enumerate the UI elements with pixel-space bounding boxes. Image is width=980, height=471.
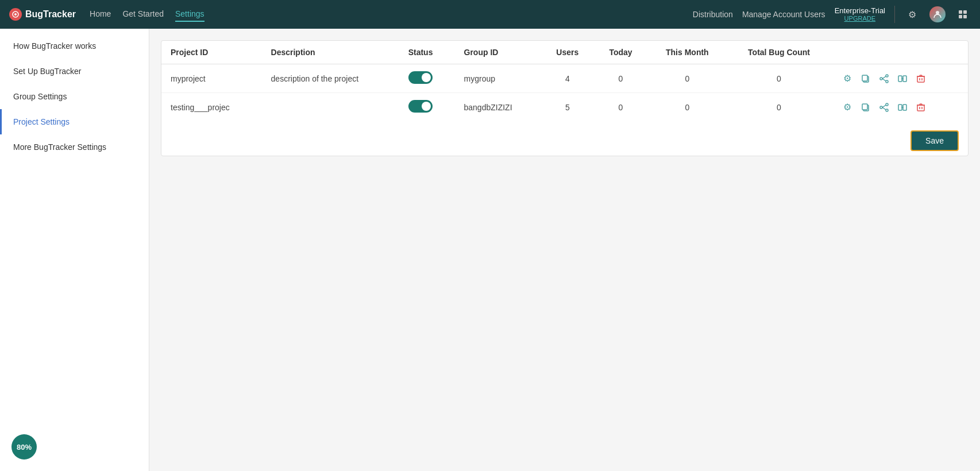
nav-links: Home Get Started Settings	[90, 7, 693, 22]
sidebar-item-set-up[interactable]: Set Up BugTracker	[0, 59, 149, 84]
settings-icon[interactable]: ⚙	[904, 6, 920, 22]
sidebar-item-more-settings[interactable]: More BugTracker Settings	[0, 134, 149, 160]
app-logo[interactable]: BugTracker	[9, 8, 76, 21]
top-navigation: BugTracker Home Get Started Settings Dis…	[0, 0, 980, 29]
sidebar-item-project-settings[interactable]: Project Settings	[0, 109, 149, 134]
cell-actions: ⚙	[831, 93, 968, 122]
action-icons: ⚙	[840, 101, 959, 114]
nav-settings[interactable]: Settings	[175, 7, 205, 22]
svg-rect-23	[898, 105, 902, 110]
nav-home[interactable]: Home	[90, 7, 111, 22]
svg-point-2	[936, 11, 939, 14]
table-header-row: Project ID Description Status Group ID U…	[161, 41, 968, 64]
cell-total-bug-count: 0	[727, 93, 831, 122]
cell-today: 0	[594, 64, 648, 93]
col-actions	[831, 41, 968, 64]
sidebar-item-group-settings[interactable]: Group Settings	[0, 84, 149, 109]
col-project-id: Project ID	[161, 41, 262, 64]
cell-description	[262, 93, 399, 122]
upgrade-link[interactable]: UPGRADE	[844, 15, 875, 22]
settings-action-icon[interactable]: ⚙	[840, 101, 854, 114]
cell-project-id: myproject	[161, 64, 262, 93]
cell-today: 0	[594, 93, 648, 122]
share-icon[interactable]	[877, 72, 891, 86]
logo-icon	[9, 8, 22, 21]
svg-point-1	[14, 13, 17, 16]
svg-rect-12	[917, 76, 924, 82]
progress-bubble: 80%	[11, 434, 37, 460]
sidebar-item-how-bugtracker-works[interactable]: How BugTracker works	[0, 33, 149, 59]
manage-account-users-link[interactable]: Manage Account Users	[742, 10, 825, 19]
nav-get-started[interactable]: Get Started	[122, 7, 164, 22]
app-name: BugTracker	[25, 9, 76, 20]
svg-point-7	[880, 78, 882, 80]
svg-line-9	[882, 79, 886, 81]
distribution-link[interactable]: Distribution	[693, 10, 733, 19]
cell-group-id: mygroup	[455, 64, 541, 93]
col-this-month: This Month	[647, 41, 727, 64]
svg-rect-17	[862, 104, 867, 110]
svg-line-8	[882, 76, 886, 79]
cell-status[interactable]	[399, 93, 455, 122]
cell-this-month: 0	[647, 64, 727, 93]
svg-point-6	[886, 80, 888, 83]
table-row: testing___projec bangdbZIZIZI 5 0 0 0 ⚙	[161, 93, 968, 122]
status-toggle[interactable]	[408, 71, 433, 84]
copy-icon[interactable]	[859, 72, 873, 86]
transfer-icon[interactable]	[896, 101, 909, 114]
enterprise-badge: Enterprise-Trial UPGRADE	[835, 6, 885, 23]
enterprise-trial-label: Enterprise-Trial	[835, 6, 885, 16]
toggle-knob	[422, 73, 431, 82]
svg-rect-25	[917, 105, 924, 111]
svg-point-19	[886, 109, 888, 111]
save-button[interactable]: Save	[910, 130, 959, 151]
svg-line-22	[882, 107, 886, 110]
main-content: Project ID Description Status Group ID U…	[149, 29, 980, 471]
svg-point-18	[886, 103, 888, 106]
cell-status[interactable]	[399, 64, 455, 93]
svg-line-21	[882, 105, 886, 107]
sidebar: How BugTracker works Set Up BugTracker G…	[0, 29, 149, 471]
cell-users: 4	[541, 64, 594, 93]
col-group-id: Group ID	[455, 41, 541, 64]
cell-project-id: testing___projec	[161, 93, 262, 122]
svg-point-20	[880, 106, 882, 109]
delete-icon[interactable]	[914, 101, 928, 114]
transfer-icon[interactable]	[896, 72, 909, 86]
svg-rect-24	[903, 105, 906, 110]
projects-table: Project ID Description Status Group ID U…	[161, 41, 968, 121]
nav-divider	[894, 6, 895, 23]
svg-rect-10	[898, 76, 902, 82]
settings-action-icon[interactable]: ⚙	[840, 72, 854, 86]
topnav-right: Distribution Manage Account Users Enterp…	[693, 6, 971, 23]
cell-actions: ⚙	[831, 64, 968, 93]
status-toggle[interactable]	[408, 100, 433, 113]
table-row: myproject description of the project myg…	[161, 64, 968, 93]
projects-table-container: Project ID Description Status Group ID U…	[161, 40, 969, 156]
grid-icon[interactable]	[955, 6, 971, 22]
col-status: Status	[399, 41, 455, 64]
col-description: Description	[262, 41, 399, 64]
svg-rect-11	[903, 76, 906, 82]
share-icon[interactable]	[877, 101, 891, 114]
svg-point-5	[886, 75, 888, 77]
avatar-icon[interactable]	[929, 6, 946, 22]
col-users: Users	[541, 41, 594, 64]
cell-total-bug-count: 0	[727, 64, 831, 93]
save-area: Save	[161, 121, 968, 156]
svg-rect-4	[862, 75, 867, 81]
copy-icon[interactable]	[859, 101, 873, 114]
delete-icon[interactable]	[914, 72, 928, 86]
col-total-bug-count: Total Bug Count	[727, 41, 831, 64]
action-icons: ⚙	[840, 72, 959, 86]
col-today: Today	[594, 41, 648, 64]
cell-users: 5	[541, 93, 594, 122]
cell-this-month: 0	[647, 93, 727, 122]
cell-description: description of the project	[262, 64, 399, 93]
toggle-knob	[422, 102, 431, 111]
cell-group-id: bangdbZIZIZI	[455, 93, 541, 122]
page-layout: How BugTracker works Set Up BugTracker G…	[0, 29, 980, 471]
